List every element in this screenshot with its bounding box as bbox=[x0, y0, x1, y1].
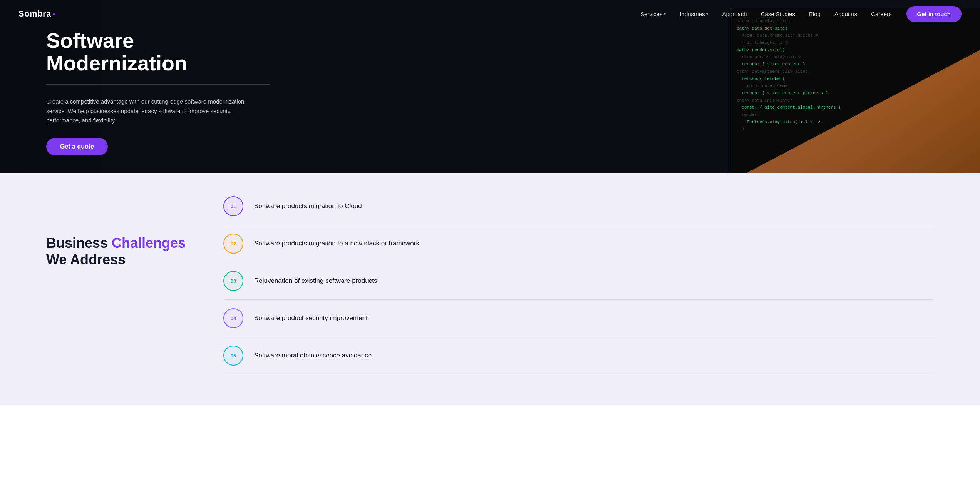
feature-label-03: Rejuvenation of existing software produc… bbox=[254, 277, 377, 285]
feature-row-2: 02 Software products migration to a new … bbox=[223, 225, 934, 262]
badge-01: 01 bbox=[223, 196, 243, 216]
get-quote-button[interactable]: Get a quote bbox=[46, 138, 108, 155]
hero-title: Software Modernization bbox=[46, 29, 246, 75]
nav-item-services[interactable]: Services ▾ bbox=[635, 8, 672, 20]
heading-part1: Business bbox=[46, 235, 112, 251]
badge-label-04: 04 bbox=[231, 316, 236, 321]
heading-part2: We Address bbox=[46, 252, 126, 267]
nav-label-case-studies: Case Studies bbox=[761, 11, 795, 17]
nav-item-about[interactable]: About us bbox=[829, 8, 863, 20]
challenges-heading-area: Business Challenges We Address bbox=[46, 196, 193, 268]
feature-row-4: 04 Software product security improvement bbox=[223, 300, 934, 337]
badge-03: 03 bbox=[223, 271, 243, 291]
feature-row-1: 01 Software products migration to Cloud bbox=[223, 196, 934, 225]
badge-label-05: 05 bbox=[231, 353, 236, 359]
badge-04: 04 bbox=[223, 308, 243, 328]
nav-label-careers: Careers bbox=[871, 11, 891, 17]
badge-label-02: 02 bbox=[231, 241, 236, 247]
nav-label-services: Services bbox=[640, 11, 663, 17]
logo[interactable]: Sombra bbox=[18, 9, 55, 19]
nav-label-blog: Blog bbox=[809, 11, 821, 17]
logo-text: Sombra bbox=[18, 9, 51, 19]
feature-label-04: Software product security improvement bbox=[254, 314, 368, 322]
feature-row-5: 05 Software moral obsolescence avoidance bbox=[223, 337, 934, 374]
heading-highlight: Challenges bbox=[112, 235, 186, 251]
hero-content: Software Modernization Create a competit… bbox=[0, 18, 246, 155]
badge-label-01: 01 bbox=[231, 204, 236, 209]
nav-label-approach: Approach bbox=[722, 11, 747, 17]
badge-05: 05 bbox=[223, 346, 243, 366]
hero-subtitle: Create a competitive advantage with our … bbox=[46, 97, 246, 125]
logo-dot bbox=[53, 13, 55, 15]
badge-label-03: 03 bbox=[231, 278, 236, 284]
navbar: Sombra Services ▾ Industries ▾ Approach … bbox=[0, 0, 980, 28]
feature-label-02: Software products migration to a new sta… bbox=[254, 240, 419, 247]
main-nav: Services ▾ Industries ▾ Approach Case St… bbox=[635, 8, 897, 20]
nav-item-approach[interactable]: Approach bbox=[717, 8, 752, 20]
nav-item-careers[interactable]: Careers bbox=[866, 8, 897, 20]
challenges-section: Business Challenges We Address 01 Softwa… bbox=[0, 173, 980, 405]
nav-item-case-studies[interactable]: Case Studies bbox=[756, 8, 801, 20]
chevron-down-icon: ▾ bbox=[664, 12, 666, 16]
hero-divider bbox=[46, 84, 270, 85]
nav-item-industries[interactable]: Industries ▾ bbox=[674, 8, 714, 20]
feature-row-3: 03 Rejuvenation of existing software pro… bbox=[223, 262, 934, 300]
nav-label-about: About us bbox=[834, 11, 857, 17]
badge-02: 02 bbox=[223, 234, 243, 254]
features-list: 01 Software products migration to Cloud … bbox=[223, 196, 934, 374]
challenges-heading: Business Challenges We Address bbox=[46, 235, 193, 268]
chevron-down-icon: ▾ bbox=[706, 12, 708, 16]
nav-item-blog[interactable]: Blog bbox=[804, 8, 826, 20]
feature-label-01: Software products migration to Cloud bbox=[254, 202, 362, 210]
nav-label-industries: Industries bbox=[680, 11, 705, 17]
feature-label-05: Software moral obsolescence avoidance bbox=[254, 352, 372, 359]
get-in-touch-button[interactable]: Get in touch bbox=[906, 6, 962, 22]
